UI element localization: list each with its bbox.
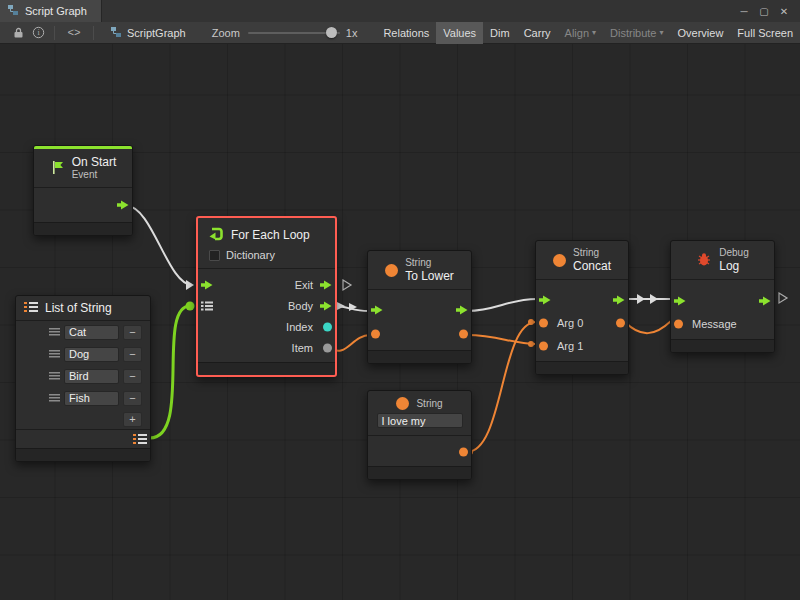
message-input-port[interactable] [674,319,683,328]
exit-flow-out-port[interactable] [320,280,332,290]
values-button[interactable]: Values [436,22,483,44]
list-item-icon [49,326,60,338]
list-item-value: Cat [69,326,86,338]
exit-predict-arrow [343,280,351,290]
list-in-port[interactable] [201,300,213,311]
align-label: Align [565,27,589,39]
dictionary-checkbox[interactable] [209,250,220,261]
string-literal-input[interactable]: I love my [377,413,463,428]
breadcrumb-label: ScriptGraph [127,27,186,39]
graph-toolbar: i <> ScriptGraph Zoom 1x Relations Value… [0,22,800,44]
flow-out-port[interactable] [613,295,625,305]
node-for-each-loop[interactable]: For Each Loop Dictionary Exit [196,216,337,377]
node-footer [536,361,628,374]
port-row [368,322,471,346]
window-tab-script-graph[interactable]: Script Graph [0,0,102,22]
flow-in-port[interactable] [201,280,213,290]
window-titlebar: Script Graph ─ ▢ ✕ [0,0,800,22]
remove-item-button[interactable]: − [123,369,142,384]
maximize-button[interactable]: ▢ [756,6,772,17]
list-output-port[interactable] [133,433,147,445]
node-footer [368,350,471,363]
string-output-port[interactable] [459,330,468,339]
wire-tolower-to-concat-flow[interactable] [467,299,537,311]
script-graph-icon [7,4,19,18]
remove-item-button[interactable]: − [123,391,142,406]
list-item-row: Fish − [16,387,150,409]
node-list-of-string[interactable]: List of String Cat − Dog − Bird − [15,295,151,462]
remove-item-button[interactable]: − [123,347,142,362]
list-item-icon [49,392,60,404]
close-button[interactable]: ✕ [776,6,792,17]
port-row [16,430,150,448]
result-output-port[interactable] [616,318,625,327]
breadcrumb[interactable]: ScriptGraph [110,26,186,40]
list-item-input[interactable]: Cat [64,325,119,340]
list-item-input[interactable]: Dog [64,347,119,362]
bug-icon [696,252,712,269]
arg1-label: Arg 1 [557,340,583,352]
string-input-port[interactable] [371,330,380,339]
info-icon[interactable]: i [28,22,48,44]
wire-onstart-to-foreach[interactable] [127,206,192,285]
node-string-to-lower[interactable]: String To Lower [367,250,472,364]
message-label: Message [692,318,737,330]
wire-list-to-foreach[interactable] [150,306,190,438]
relations-button[interactable]: Relations [376,22,436,44]
arg1-input-port[interactable] [539,341,548,350]
wire-literal-to-arg0[interactable] [467,322,536,452]
node-footer [198,362,335,375]
distribute-button[interactable]: Distribute ▾ [603,22,670,44]
list-item-input[interactable]: Fish [64,391,119,406]
flow-out-port[interactable] [117,200,129,210]
zoom-slider-knob[interactable] [326,27,337,38]
string-output-port[interactable] [459,448,468,457]
node-string-literal[interactable]: String I love my [367,390,472,480]
arg0-input-port[interactable] [539,318,548,327]
list-icon [24,301,38,315]
lock-icon[interactable] [8,22,28,44]
flow-arrow-marker [637,294,645,304]
node-string-concat[interactable]: String Concat Arg 0 [535,240,629,375]
port-row: Arg 0 [536,311,628,334]
item-output-port[interactable] [323,343,332,352]
flow-in-port[interactable] [674,296,686,306]
toolbar-divider [54,26,55,40]
port-row: Item [198,337,335,358]
chevron-down-icon: ▾ [592,29,596,37]
wire-end-dot [186,302,195,311]
flow-out-port[interactable] [456,305,468,315]
node-category: String [405,257,454,269]
flow-in-port[interactable] [539,295,551,305]
fullscreen-button[interactable]: Full Screen [730,22,800,44]
dim-button[interactable]: Dim [483,22,517,44]
wire-tolower-to-arg1[interactable] [467,335,536,344]
minimize-button[interactable]: ─ [736,6,752,17]
list-item-input[interactable]: Bird [64,369,119,384]
body-flow-out-port[interactable] [320,301,332,311]
flow-in-port[interactable] [371,305,383,315]
arg0-label: Arg 0 [557,317,583,329]
script-graph-window: Script Graph ─ ▢ ✕ i <> ScriptGraph Zoom [0,0,800,600]
code-view-icon[interactable]: <> [61,22,87,44]
overview-button[interactable]: Overview [671,22,731,44]
node-title: For Each Loop [231,228,310,242]
flow-out-port[interactable] [759,296,771,306]
string-type-icon [553,254,566,267]
port-row: Index [198,316,335,337]
list-item-row: Bird − [16,365,150,387]
wire-concat-to-message[interactable] [625,321,671,333]
add-item-button[interactable]: + [123,412,142,427]
tab-title: Script Graph [25,5,87,17]
port-row [536,288,628,311]
zoom-slider[interactable] [248,22,340,44]
node-on-start[interactable]: On Start Event [33,145,133,236]
carry-button[interactable]: Carry [517,22,558,44]
node-debug-log[interactable]: Debug Log Message [670,240,775,353]
index-output-port[interactable] [323,322,332,331]
graph-canvas[interactable]: On Start Event List of String [0,44,800,600]
list-item-icon [49,370,60,382]
distribute-label: Distribute [610,27,656,39]
remove-item-button[interactable]: − [123,325,142,340]
align-button[interactable]: Align ▾ [558,22,603,44]
